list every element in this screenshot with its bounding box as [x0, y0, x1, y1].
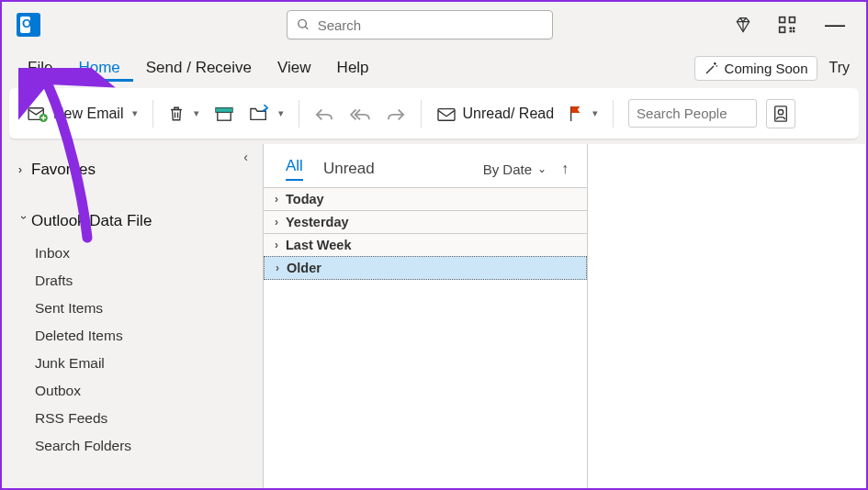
- group-label: Yesterday: [286, 215, 349, 229]
- new-email-button[interactable]: New Email ▾: [20, 100, 145, 128]
- menu-send-receive[interactable]: Send / Receive: [133, 55, 265, 81]
- svg-point-18: [778, 109, 783, 114]
- move-folder-icon: [249, 105, 269, 123]
- chevron-down-icon[interactable]: ▾: [132, 107, 138, 119]
- search-input[interactable]: [318, 17, 543, 33]
- chevron-right-icon: ›: [275, 239, 278, 251]
- menu-home[interactable]: Home: [65, 55, 132, 82]
- mail-filter-tabs: All Unread By Date ⌄ ↑: [264, 144, 587, 188]
- qr-code-icon[interactable]: [778, 16, 796, 34]
- chevron-down-icon: ›: [17, 216, 30, 227]
- tab-unread[interactable]: Unread: [323, 160, 375, 178]
- folder-inbox[interactable]: Inbox: [15, 239, 263, 267]
- address-book-icon: [772, 105, 789, 123]
- move-button[interactable]: ▾: [242, 99, 291, 128]
- reply-all-button[interactable]: [342, 100, 378, 128]
- unread-read-button[interactable]: Unread/ Read: [429, 100, 561, 128]
- menu-file[interactable]: File: [15, 55, 65, 81]
- folder-junk-email[interactable]: Junk Email: [15, 350, 263, 377]
- coming-soon-label: Coming Soon: [725, 61, 808, 76]
- svg-rect-6: [793, 30, 795, 33]
- separator: [299, 100, 299, 128]
- navigation-pane: ‹ › Favorites › Outlook Data File Inbox …: [2, 144, 263, 488]
- reply-icon: [314, 106, 334, 122]
- address-book-button[interactable]: [766, 99, 795, 128]
- coming-soon-button[interactable]: Coming Soon: [694, 56, 818, 81]
- chevron-right-icon: ›: [275, 216, 278, 228]
- chevron-right-icon: ›: [275, 193, 278, 206]
- chevron-down-icon[interactable]: ▾: [194, 107, 199, 119]
- collapse-nav-icon[interactable]: ‹: [243, 150, 248, 164]
- envelope-icon: [436, 106, 457, 122]
- chevron-right-icon: ›: [18, 163, 29, 176]
- menu-view[interactable]: View: [265, 55, 324, 81]
- search-box[interactable]: [287, 10, 553, 39]
- try-button[interactable]: Try: [825, 56, 853, 80]
- svg-point-0: [299, 20, 307, 28]
- favorites-label: Favorites: [31, 161, 96, 179]
- svg-rect-14: [218, 112, 231, 120]
- new-email-icon: [28, 106, 48, 122]
- premium-diamond-icon[interactable]: [734, 16, 752, 34]
- group-label: Today: [286, 192, 324, 206]
- sort-direction-button[interactable]: ↑: [561, 161, 569, 177]
- flag-button[interactable]: ▾: [561, 99, 605, 128]
- chevron-down-icon[interactable]: ⌄: [537, 162, 547, 175]
- folder-drafts[interactable]: Drafts: [15, 267, 263, 295]
- separator: [613, 100, 614, 128]
- data-file-label: Outlook Data File: [31, 212, 152, 230]
- svg-rect-2: [780, 17, 785, 23]
- reading-pane: [588, 144, 866, 488]
- ribbon-toolbar: New Email ▾ ▾ ▾ Unread/ Read ▾: [9, 88, 859, 139]
- delete-button[interactable]: ▾: [161, 99, 207, 128]
- chevron-right-icon: ›: [276, 262, 279, 274]
- svg-rect-7: [790, 30, 793, 33]
- chevron-down-icon[interactable]: ▾: [278, 107, 284, 119]
- search-icon: [297, 17, 310, 32]
- svg-rect-15: [216, 107, 232, 112]
- tab-all[interactable]: All: [286, 157, 303, 181]
- svg-rect-16: [438, 108, 455, 120]
- flag-icon: [569, 105, 583, 123]
- archive-button[interactable]: [207, 100, 242, 128]
- search-people-input[interactable]: [628, 99, 757, 128]
- mail-group-yesterday[interactable]: › Yesterday: [264, 210, 587, 234]
- svg-rect-4: [780, 28, 785, 33]
- group-label: Older: [287, 261, 321, 275]
- folder-search-folders[interactable]: Search Folders: [15, 432, 263, 460]
- trash-icon: [168, 105, 185, 123]
- mail-group-last-week[interactable]: › Last Week: [264, 233, 587, 257]
- menu-bar: File Home Send / Receive View Help Comin…: [2, 48, 866, 88]
- menu-help[interactable]: Help: [324, 55, 382, 81]
- svg-rect-5: [790, 28, 793, 30]
- outlook-logo-icon: [17, 13, 40, 37]
- mail-group-today[interactable]: › Today: [264, 187, 587, 211]
- content-area: ‹ › Favorites › Outlook Data File Inbox …: [2, 144, 866, 488]
- new-email-label: New Email: [53, 106, 123, 122]
- svg-rect-8: [793, 28, 795, 30]
- title-bar: —: [2, 2, 866, 48]
- reply-all-icon: [349, 106, 371, 122]
- unread-read-label: Unread/ Read: [462, 106, 554, 122]
- folder-sent-items[interactable]: Sent Items: [15, 295, 263, 322]
- data-file-section[interactable]: › Outlook Data File: [15, 203, 263, 239]
- separator: [421, 100, 422, 128]
- archive-icon: [214, 106, 234, 122]
- chevron-down-icon[interactable]: ▾: [592, 107, 598, 119]
- separator: [152, 100, 153, 128]
- wand-icon: [705, 61, 719, 75]
- forward-icon: [386, 106, 406, 122]
- forward-button[interactable]: [378, 100, 413, 128]
- sort-by-button[interactable]: By Date: [483, 161, 532, 177]
- svg-rect-3: [790, 17, 795, 23]
- folder-deleted-items[interactable]: Deleted Items: [15, 322, 263, 350]
- minimize-button[interactable]: —: [822, 13, 848, 37]
- svg-line-1: [305, 27, 308, 29]
- group-label: Last Week: [286, 238, 351, 252]
- reply-button[interactable]: [307, 100, 342, 128]
- folder-outbox[interactable]: Outbox: [15, 377, 263, 405]
- mail-list-pane: All Unread By Date ⌄ ↑ › Today › Yesterd…: [263, 144, 588, 488]
- mail-group-older[interactable]: › Older: [264, 256, 587, 280]
- favorites-section[interactable]: › Favorites: [15, 151, 263, 188]
- folder-rss-feeds[interactable]: RSS Feeds: [15, 405, 263, 432]
